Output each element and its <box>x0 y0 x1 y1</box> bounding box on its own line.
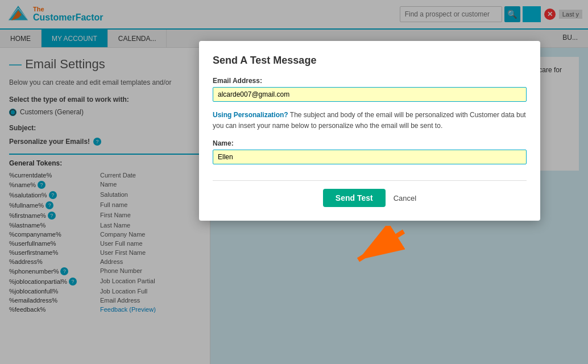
personalization-strong: Using Personalization? <box>213 111 288 119</box>
name-field[interactable] <box>213 150 527 164</box>
personalization-text: Using Personalization? The subject and b… <box>213 110 527 131</box>
dialog-actions: Send Test Cancel <box>213 189 527 207</box>
dialog-divider <box>213 180 527 181</box>
send-test-button[interactable]: Send Test <box>323 189 386 207</box>
cancel-button[interactable]: Cancel <box>394 194 416 202</box>
email-field[interactable] <box>213 87 527 102</box>
dialog: Send A Test Message Email Address: Using… <box>199 41 540 221</box>
email-field-label: Email Address: <box>213 77 527 85</box>
name-field-label: Name: <box>213 139 527 147</box>
dialog-title: Send A Test Message <box>213 55 527 67</box>
